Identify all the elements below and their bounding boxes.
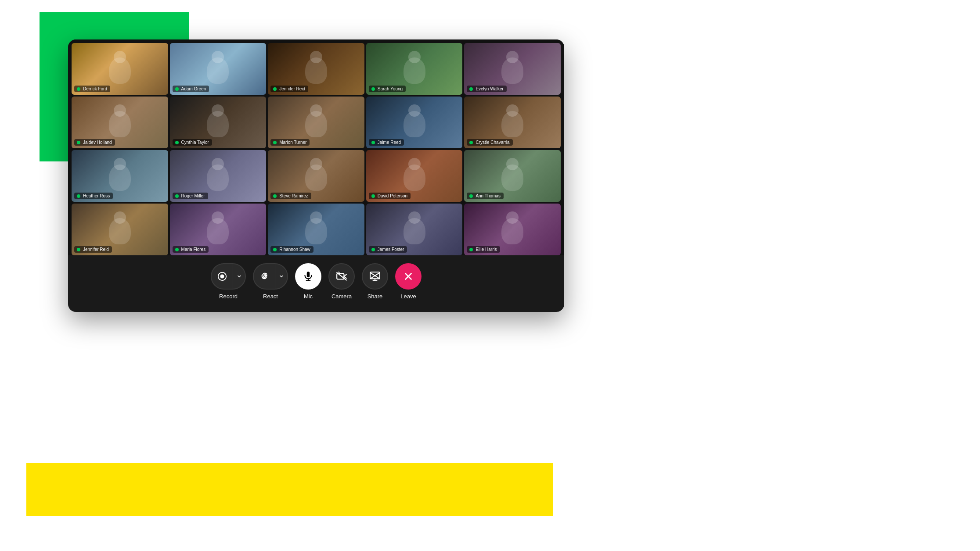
- participant-tile-2[interactable]: Adam Green: [170, 43, 267, 95]
- participant-name-19: James Foster: [369, 246, 407, 253]
- participant-name-5: Evelyn Walker: [467, 86, 507, 92]
- svg-point-1: [220, 274, 224, 278]
- mic-button[interactable]: [295, 263, 321, 290]
- participant-tile-8[interactable]: Marion Turner: [268, 97, 364, 148]
- participant-name-9: Jaime Reed: [369, 139, 404, 146]
- react-chevron-button[interactable]: [275, 263, 287, 290]
- participant-tile-18[interactable]: Rihannon Shaw: [268, 204, 364, 255]
- svg-rect-2: [307, 272, 310, 277]
- participant-name-1: Derrick Ford: [74, 86, 110, 92]
- participant-tile-1[interactable]: Derrick Ford: [72, 43, 168, 95]
- participant-name-7: Cynthia Taylor: [173, 139, 212, 146]
- leave-label: Leave: [400, 293, 416, 300]
- participant-tile-16[interactable]: Jennifer Reid: [72, 204, 168, 255]
- participant-tile-4[interactable]: Sarah Young: [366, 43, 463, 95]
- mic-control: Mic: [295, 263, 321, 300]
- bg-yellow-bar: [26, 463, 553, 516]
- leave-button[interactable]: [395, 263, 422, 290]
- participant-name-6: Jaidev Holland: [74, 139, 115, 146]
- camera-control: Camera: [328, 263, 355, 300]
- participant-name-15: Ann Thomas: [467, 193, 504, 199]
- react-control: React: [253, 263, 288, 300]
- participant-tile-3[interactable]: Jennifer Reid: [268, 43, 364, 95]
- camera-button[interactable]: [328, 263, 355, 290]
- participant-name-17: Maria Flores: [173, 246, 209, 253]
- video-grid: Derrick Ford Adam Green Jennifer Reid Sa…: [68, 39, 564, 255]
- participant-name-16: Jennifer Reid: [74, 246, 112, 253]
- participant-name-10: Crystle Chavarria: [467, 139, 512, 146]
- record-button[interactable]: [212, 263, 233, 290]
- camera-label: Camera: [331, 293, 352, 300]
- participant-name-3: Jennifer Reid: [270, 86, 308, 92]
- react-button[interactable]: [254, 263, 275, 290]
- participant-name-11: Heather Ross: [74, 193, 113, 199]
- svg-rect-5: [337, 274, 344, 279]
- record-chevron-button[interactable]: [233, 263, 245, 290]
- participant-tile-9[interactable]: Jaime Reed: [366, 97, 463, 148]
- participant-name-13: Steve Ramirez: [270, 193, 311, 199]
- participant-tile-14[interactable]: David Peterson: [366, 150, 463, 202]
- leave-control: Leave: [395, 263, 422, 300]
- participant-tile-19[interactable]: James Foster: [366, 204, 463, 255]
- participant-name-12: Roger Miller: [173, 193, 208, 199]
- participant-name-2: Adam Green: [173, 86, 209, 92]
- mic-label: Mic: [304, 293, 313, 300]
- participant-tile-7[interactable]: Cynthia Taylor: [170, 97, 267, 148]
- participant-tile-15[interactable]: Ann Thomas: [464, 150, 561, 202]
- share-button[interactable]: [362, 263, 388, 290]
- participant-name-18: Rihannon Shaw: [270, 246, 313, 253]
- record-button-group[interactable]: [211, 263, 246, 290]
- participant-name-20: Ellie Harris: [467, 246, 500, 253]
- react-button-group[interactable]: [253, 263, 288, 290]
- share-control: Share: [362, 263, 388, 300]
- participant-tile-17[interactable]: Maria Flores: [170, 204, 267, 255]
- participant-tile-10[interactable]: Crystle Chavarria: [464, 97, 561, 148]
- participant-name-14: David Peterson: [369, 193, 411, 199]
- participant-name-4: Sarah Young: [369, 86, 406, 92]
- controls-bar: Record React: [68, 255, 564, 303]
- participant-tile-13[interactable]: Steve Ramirez: [268, 150, 364, 202]
- participant-tile-12[interactable]: Roger Miller: [170, 150, 267, 202]
- participant-name-8: Marion Turner: [270, 139, 310, 146]
- react-label: React: [263, 293, 278, 300]
- video-call-container: Derrick Ford Adam Green Jennifer Reid Sa…: [68, 39, 564, 312]
- share-label: Share: [368, 293, 383, 300]
- participant-tile-5[interactable]: Evelyn Walker: [464, 43, 561, 95]
- record-control: Record: [211, 263, 246, 300]
- record-label: Record: [219, 293, 238, 300]
- participant-tile-11[interactable]: Heather Ross: [72, 150, 168, 202]
- participant-tile-6[interactable]: Jaidev Holland: [72, 97, 168, 148]
- participant-tile-20[interactable]: Ellie Harris: [464, 204, 561, 255]
